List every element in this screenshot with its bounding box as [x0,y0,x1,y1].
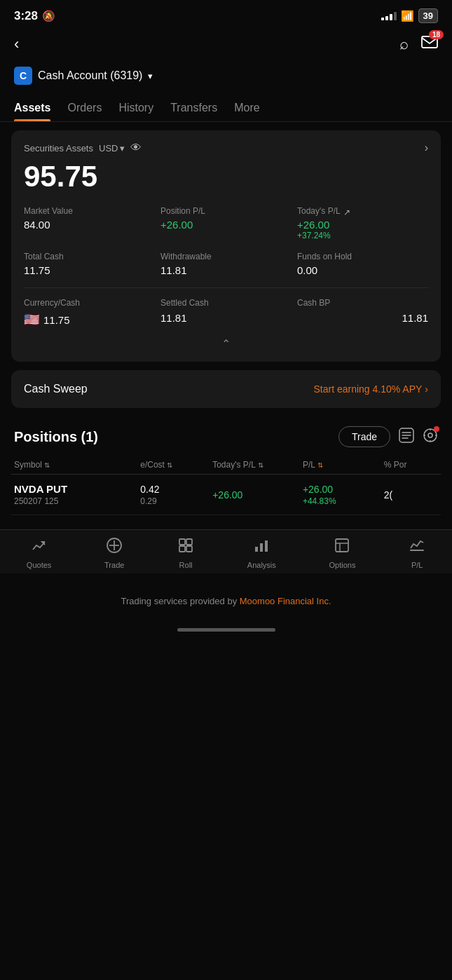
symbol-cell: NVDA PUT 250207 125 [14,483,140,506]
header-icons: ⌕ 18 [399,34,438,54]
cash-sweep-card[interactable]: Cash Sweep Start earning 4.10% APY › [11,370,441,408]
nav-analysis[interactable]: Analysis [247,537,276,569]
us-flag-icon: 🇺🇸 [24,312,39,327]
tab-assets[interactable]: Assets [14,95,50,121]
nav-roll[interactable]: Roll [177,537,194,569]
positions-title: Positions (1) [14,429,98,445]
svg-rect-14 [336,539,348,552]
mail-button[interactable]: 18 [421,34,438,54]
assets-label: Securities Assets [24,143,93,154]
share-icon[interactable]: ↗ [343,207,350,217]
cash-sweep-action-text: Start earning 4.10% APY [313,383,422,395]
status-right: 📶 39 [381,8,438,23]
nav-pl[interactable]: P/L [409,537,425,569]
sort-icon-symbol: ⇅ [44,461,50,469]
market-value-label: Market Value [24,206,155,216]
funds-on-hold-label: Funds on Hold [297,252,428,261]
th-pct-port[interactable]: % Por [384,460,438,470]
symbol-name: NVDA PUT [14,483,140,495]
footer: Trading services provided by Moomoo Fina… [0,573,452,621]
assets-card: Securities Assets USD ▾ 👁 › 95.75 Market… [11,130,441,362]
footer-text: Trading services provided by Moomoo Fina… [121,596,331,606]
trade-button[interactable]: Trade [338,426,390,447]
positions-table: Symbol ⇅ e/Cost ⇅ Today's P/L ⇅ P/L ⇅ % … [0,456,452,515]
today-pl-cell: +26.00 [212,489,303,501]
tab-bar: Assets Orders History Transfers More [0,95,452,122]
todays-pl-label: Today's P/L [297,206,341,216]
position-pl-label: Position P/L [160,206,292,216]
price-cell: 0.42 0.29 [140,484,212,506]
th-today-pl[interactable]: Today's P/L ⇅ [212,460,303,470]
footer-link[interactable]: Moomoo Financial Inc. [240,596,331,606]
table-row[interactable]: NVDA PUT 250207 125 0.42 0.29 +26.00 +26… [11,475,441,515]
assets-header-left: Securities Assets USD ▾ 👁 [24,142,142,154]
svg-rect-9 [179,546,185,552]
todays-pl-pct: +37.24% [297,231,428,240]
nav-trade[interactable]: Trade [104,537,124,569]
home-indicator [0,621,452,641]
svg-rect-13 [265,540,268,552]
back-button[interactable]: ‹ [14,35,19,53]
options-icon [334,537,350,558]
positions-icon-btn-2[interactable] [423,428,438,447]
collapse-button[interactable]: ⌃ [24,337,428,351]
search-icon[interactable]: ⌕ [399,35,409,53]
nav-quotes[interactable]: Quotes [27,537,51,569]
cash-sweep-label: Cash Sweep [24,383,88,395]
signal-bars [381,12,397,20]
sort-icon-pl: ⇅ [317,461,323,469]
todays-pl-label-row: Today's P/L ↗ [297,206,428,219]
svg-rect-15 [410,550,424,551]
positions-icon-btn-1[interactable] [399,428,414,447]
market-value-stat: Market Value 84.00 [24,206,155,240]
funds-on-hold-value: 0.00 [297,264,428,276]
roll-label: Roll [179,561,193,569]
trade-label: Trade [104,561,124,569]
th-symbol[interactable]: Symbol ⇅ [14,460,140,470]
position-pl-value: +26.00 [160,219,292,231]
pl-main: +26.00 [303,484,384,495]
nav-options[interactable]: Options [329,537,356,569]
position-pl-stat: Position P/L +26.00 [160,206,292,240]
tab-history[interactable]: History [118,95,153,121]
pl-cell: +26.00 +44.83% [303,484,384,506]
quotes-icon [31,537,48,558]
roll-icon [177,537,194,558]
account-icon: C [14,67,32,85]
currency-selector[interactable]: USD ▾ [99,143,125,154]
assets-detail-arrow[interactable]: › [425,142,428,154]
currency-cash-item: Currency/Cash 🇺🇸 11.75 [24,298,155,327]
visibility-icon[interactable]: 👁 [130,142,142,154]
cash-bp-value: 11.81 [297,312,428,324]
sort-icon-price: ⇅ [167,461,172,469]
svg-rect-7 [179,539,185,545]
th-pl[interactable]: P/L ⇅ [303,460,384,470]
settled-cash-value: 11.81 [160,312,292,324]
positions-actions: Trade [338,426,438,447]
svg-rect-12 [260,543,263,552]
todays-pl-value: +26.00 [297,219,428,231]
cash-bp-label: Cash BP [297,298,428,308]
settled-cash-label: Settled Cash [160,298,292,308]
price-main: 0.42 [140,484,212,495]
pct-port-cell: 2( [384,489,438,501]
header-nav: ‹ ⌕ 18 [0,29,452,62]
divider [24,287,428,288]
tab-orders[interactable]: Orders [67,95,102,121]
tab-more[interactable]: More [234,95,259,121]
svg-rect-10 [186,546,192,552]
withdrawable-stat: Withdrawable 11.81 [160,252,292,276]
assets-header: Securities Assets USD ▾ 👁 › [24,142,428,154]
th-price-cost[interactable]: e/Cost ⇅ [140,460,212,470]
status-time: 3:28 [14,9,38,23]
tab-transfers[interactable]: Transfers [170,95,217,121]
account-selector[interactable]: C Cash Account (6319) ▾ [0,62,452,95]
cash-sweep-action[interactable]: Start earning 4.10% APY › [313,383,428,395]
pl-icon [409,537,425,558]
currency-cash-label: Currency/Cash [24,298,155,308]
status-bar: 3:28 🔕 📶 39 [0,0,452,29]
analysis-icon [253,537,270,558]
currency-cash-value: 🇺🇸 11.75 [24,312,155,327]
market-value-value: 84.00 [24,219,155,231]
total-value: 95.75 [24,160,428,193]
